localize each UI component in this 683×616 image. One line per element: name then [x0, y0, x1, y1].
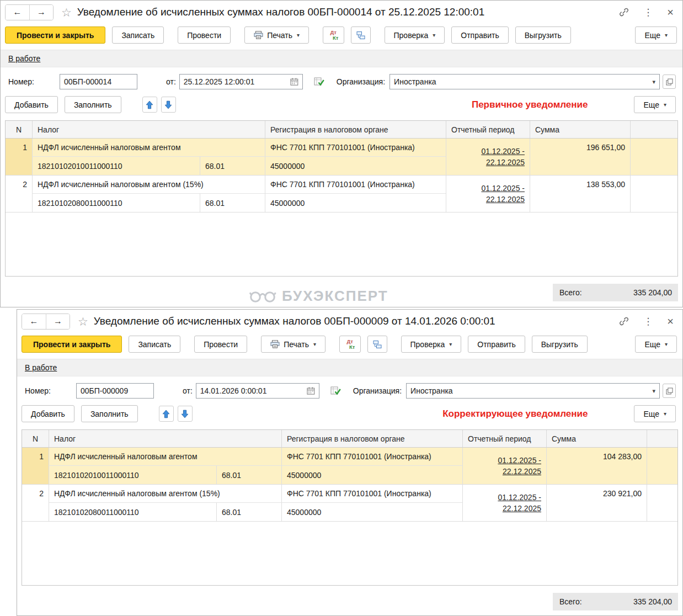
kbk-cell[interactable]: 18210102080011000110	[32, 194, 200, 212]
sum-cell[interactable]: 196 651,00	[530, 139, 630, 175]
registration-cell[interactable]: ФНС 7701 КПП 770101001 (Иностранка)	[281, 448, 462, 466]
number-input[interactable]: 00БП-000014	[60, 74, 137, 89]
sum-cell[interactable]: 104 283,00	[546, 448, 647, 484]
oktmo-cell[interactable]: 45000000	[281, 466, 462, 484]
get-link-icon[interactable]	[619, 316, 629, 326]
check-button[interactable]: Проверка ▾	[401, 336, 462, 353]
calendar-icon[interactable]	[290, 78, 298, 86]
chevron-down-icon[interactable]: ▾	[652, 78, 655, 86]
period-link[interactable]: 01.12.2025 -22.12.2025	[498, 492, 541, 514]
sum-cell[interactable]: 230 921,00	[546, 485, 647, 521]
more-menu-icon[interactable]: ⋮	[643, 317, 653, 326]
dt-kt-button[interactable]: ДтКт	[323, 26, 344, 44]
date-input[interactable]: 25.12.2025 12:00:01	[179, 74, 303, 89]
period-cell[interactable]: 01.12.2025 -22.12.2025	[446, 176, 530, 212]
oktmo-cell[interactable]: 45000000	[265, 157, 446, 175]
number-input[interactable]: 00БП-000009	[76, 383, 154, 399]
close-icon[interactable]: ×	[667, 7, 674, 18]
kbk-cell[interactable]: 18210102010011000110	[49, 466, 216, 484]
organization-select[interactable]: Иностранка ▾	[389, 74, 660, 89]
table-row[interactable]: 1 НДФЛ исчисленный налоговым агентом 182…	[22, 448, 677, 485]
tax-name-cell[interactable]: НДФЛ исчисленный налоговым агентом	[49, 448, 281, 466]
forward-button[interactable]: →	[46, 314, 70, 329]
fill-button[interactable]: Заполнить	[81, 405, 138, 422]
add-row-button[interactable]: Добавить	[5, 96, 58, 113]
chevron-down-icon: ▾	[297, 32, 300, 38]
favorites-star-icon[interactable]: ☆	[78, 316, 88, 327]
add-row-button[interactable]: Добавить	[22, 405, 74, 422]
period-cell[interactable]: 01.12.2025 -22.12.2025	[462, 448, 546, 484]
table-row[interactable]: 2 НДФЛ исчисленный налоговым агентом (15…	[6, 176, 677, 213]
dt-kt-button[interactable]: ДтКт	[339, 336, 360, 353]
oktmo-cell[interactable]: 45000000	[281, 503, 462, 521]
document-structure-button[interactable]	[367, 336, 387, 353]
account-cell[interactable]: 68.01	[200, 194, 265, 212]
account-cell[interactable]: 68.01	[200, 157, 265, 175]
back-button[interactable]: ←	[22, 314, 46, 329]
registration-cell[interactable]: ФНС 7701 КПП 770101001 (Иностранка)	[265, 139, 446, 157]
forward-button[interactable]: →	[29, 5, 53, 20]
fill-button[interactable]: Заполнить	[65, 96, 121, 113]
registration-cell[interactable]: ФНС 7701 КПП 770101001 (Иностранка)	[265, 176, 446, 194]
grid-more-button[interactable]: Еще ▾	[634, 96, 676, 113]
export-button[interactable]: Выгрузить	[532, 336, 588, 353]
check-button[interactable]: Проверка ▾	[385, 26, 445, 44]
grid-more-button[interactable]: Еще ▾	[634, 405, 676, 422]
tax-name-cell[interactable]: НДФЛ исчисленный налоговым агентом	[32, 139, 265, 157]
period-link[interactable]: 01.12.2025 -22.12.2025	[481, 183, 525, 205]
move-up-button[interactable]	[142, 97, 157, 113]
calendar-icon[interactable]	[307, 387, 315, 395]
period-cell[interactable]: 01.12.2025 -22.12.2025	[462, 485, 546, 521]
chevron-down-icon: ▾	[664, 411, 666, 417]
print-button[interactable]: Печать ▾	[261, 336, 326, 353]
col-header-period: Отчетный период	[462, 430, 546, 447]
table-row[interactable]: 2 НДФЛ исчисленный налоговым агентом (15…	[22, 485, 677, 522]
tax-name-cell[interactable]: НДФЛ исчисленный налоговым агентом (15%)	[49, 485, 281, 503]
favorites-star-icon[interactable]: ☆	[61, 7, 72, 18]
period-link[interactable]: 01.12.2025 -22.12.2025	[481, 146, 525, 168]
period-link[interactable]: 01.12.2025 -22.12.2025	[498, 455, 541, 477]
get-link-icon[interactable]	[619, 7, 629, 17]
oktmo-cell[interactable]: 45000000	[265, 194, 446, 212]
document-check-icon[interactable]	[314, 77, 324, 86]
table-row[interactable]: 1 НДФЛ исчисленный налоговым агентом 182…	[6, 139, 677, 176]
send-button[interactable]: Отправить	[468, 336, 525, 353]
kbk-cell[interactable]: 18210102010011000110	[32, 157, 200, 175]
sum-cell[interactable]: 138 553,00	[530, 176, 630, 212]
post-button[interactable]: Провести	[194, 336, 247, 353]
document-check-icon[interactable]	[330, 386, 341, 395]
tax-name-cell[interactable]: НДФЛ исчисленный налоговым агентом (15%)	[32, 176, 265, 194]
more-menu-icon[interactable]: ⋮	[643, 8, 653, 17]
title-bar: ← → ☆ Уведомление об исчисленных суммах …	[17, 310, 682, 332]
account-cell[interactable]: 68.01	[216, 503, 281, 521]
post-and-close-button[interactable]: Провести и закрыть	[5, 26, 105, 44]
save-button[interactable]: Записать	[112, 26, 164, 44]
export-button[interactable]: Выгрузить	[515, 26, 571, 44]
document-structure-button[interactable]	[351, 26, 371, 44]
organization-select[interactable]: Иностранка ▾	[406, 383, 660, 399]
back-button[interactable]: ←	[6, 5, 29, 20]
print-button[interactable]: Печать ▾	[244, 26, 309, 44]
post-and-close-button[interactable]: Провести и закрыть	[22, 336, 122, 353]
move-down-button[interactable]	[178, 406, 193, 422]
more-label: Еще	[644, 340, 660, 349]
status-link[interactable]: В работе	[8, 54, 40, 63]
chevron-down-icon[interactable]: ▾	[652, 387, 655, 395]
date-input[interactable]: 14.01.2026 0:00:01	[196, 383, 319, 399]
row-number: 2	[22, 485, 49, 521]
toolbar-more-button[interactable]: Еще ▾	[635, 26, 677, 44]
close-icon[interactable]: ×	[667, 316, 674, 327]
kbk-cell[interactable]: 18210102080011000110	[49, 503, 216, 521]
post-button[interactable]: Провести	[178, 26, 231, 44]
move-down-button[interactable]	[161, 97, 176, 113]
send-button[interactable]: Отправить	[451, 26, 508, 44]
account-cell[interactable]: 68.01	[216, 466, 281, 484]
save-button[interactable]: Записать	[129, 336, 180, 353]
open-organization-button[interactable]	[663, 384, 676, 398]
period-cell[interactable]: 01.12.2025 -22.12.2025	[446, 139, 530, 175]
move-up-button[interactable]	[159, 406, 174, 422]
toolbar-more-button[interactable]: Еще ▾	[635, 336, 677, 353]
registration-cell[interactable]: ФНС 7701 КПП 770101001 (Иностранка)	[281, 485, 462, 503]
open-organization-button[interactable]	[663, 75, 676, 89]
status-link[interactable]: В работе	[25, 363, 57, 372]
